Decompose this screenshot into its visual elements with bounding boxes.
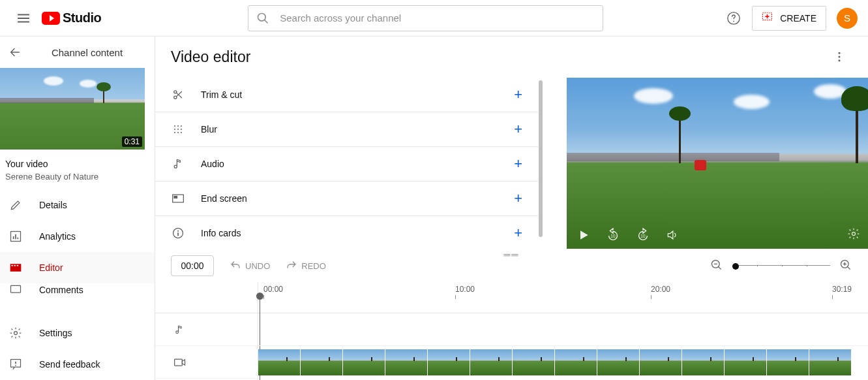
search-box[interactable] bbox=[248, 5, 603, 31]
zoom-slider[interactable] bbox=[732, 265, 830, 266]
arrow-left-icon bbox=[8, 45, 22, 59]
add-endscreen-icon[interactable]: + bbox=[514, 190, 522, 207]
logo-text: Studio bbox=[63, 10, 101, 25]
sidebar: Channel content 0:31 Your video Serene B… bbox=[0, 37, 155, 380]
svg-point-35 bbox=[181, 132, 182, 133]
frame bbox=[343, 349, 385, 375]
frame bbox=[597, 349, 639, 375]
tool-trim[interactable]: Trim & cut + bbox=[155, 78, 538, 112]
back-to-channel[interactable]: Channel content bbox=[0, 37, 155, 68]
svg-point-34 bbox=[177, 132, 179, 133]
svg-line-46 bbox=[719, 266, 721, 269]
nav-feedback[interactable]: Send feedback bbox=[0, 349, 155, 380]
tool-label: Blur bbox=[201, 124, 498, 135]
play-icon[interactable] bbox=[577, 229, 590, 242]
frame bbox=[258, 349, 300, 375]
timeline-ruler[interactable]: 00:00 10:00 20:00 30:19 bbox=[258, 282, 868, 313]
tools-panel: Trim & cut + Blur + Audio + bbox=[155, 78, 543, 249]
nav-details[interactable]: Details bbox=[0, 189, 155, 221]
youtube-studio-logo[interactable]: Studio bbox=[42, 10, 101, 25]
svg-point-3 bbox=[733, 20, 734, 22]
nav-label: Analytics bbox=[39, 231, 76, 242]
add-trim-icon[interactable]: + bbox=[514, 86, 522, 103]
frame bbox=[301, 349, 342, 375]
nav-label: Comments bbox=[39, 285, 83, 295]
tool-endscreen[interactable]: End screen + bbox=[155, 182, 538, 216]
tool-label: Trim & cut bbox=[201, 89, 498, 100]
video-preview[interactable]: 10 10 bbox=[567, 78, 868, 249]
svg-rect-13 bbox=[14, 265, 16, 266]
zoom-in-icon[interactable] bbox=[839, 259, 852, 274]
create-button[interactable]: CREATE bbox=[752, 6, 826, 31]
svg-point-29 bbox=[181, 125, 182, 127]
undo-button[interactable]: UNDO bbox=[230, 260, 270, 272]
redo-button[interactable]: REDO bbox=[286, 260, 326, 272]
ruler-tick: 10:00 bbox=[455, 285, 475, 294]
scissors-icon bbox=[171, 88, 185, 101]
menu-icon[interactable] bbox=[10, 5, 37, 31]
frame bbox=[640, 349, 681, 375]
page-title: Video editor bbox=[171, 48, 250, 66]
editor-icon bbox=[8, 261, 23, 274]
timeline-content[interactable]: 00:00 10:00 20:00 30:19 bbox=[258, 282, 868, 380]
svg-point-0 bbox=[258, 13, 266, 21]
preview-settings-icon[interactable] bbox=[847, 227, 860, 242]
svg-rect-14 bbox=[17, 265, 19, 266]
frame bbox=[470, 349, 512, 375]
gear-icon bbox=[8, 326, 23, 340]
frame bbox=[513, 349, 554, 375]
current-time-input[interactable]: 00:00 bbox=[171, 255, 214, 276]
nav-label: Settings bbox=[39, 328, 72, 338]
svg-point-24 bbox=[174, 96, 177, 99]
sidebar-nav: Details Analytics Editor Comments bbox=[0, 189, 155, 317]
add-infocards-icon[interactable]: + bbox=[514, 225, 522, 242]
tool-audio[interactable]: Audio + bbox=[155, 147, 538, 182]
svg-point-27 bbox=[174, 125, 175, 127]
youtube-play-icon bbox=[42, 12, 60, 25]
nav-label: Send feedback bbox=[39, 359, 100, 370]
preview-panel: 10 10 bbox=[543, 78, 868, 249]
video-track[interactable] bbox=[258, 349, 868, 380]
more-options-icon[interactable] bbox=[826, 44, 852, 70]
tool-label: End screen bbox=[201, 193, 498, 204]
search-input[interactable] bbox=[280, 12, 595, 24]
audio-track-header[interactable] bbox=[155, 313, 258, 346]
pencil-icon bbox=[8, 198, 23, 212]
drag-handle-icon[interactable]: ══ bbox=[504, 249, 520, 260]
zoom-controls bbox=[710, 259, 852, 274]
preview-controls: 10 10 bbox=[577, 228, 679, 242]
rewind-10-icon[interactable]: 10 bbox=[606, 228, 620, 242]
info-icon bbox=[171, 227, 185, 240]
music-note-icon bbox=[171, 157, 185, 170]
nav-analytics[interactable]: Analytics bbox=[0, 221, 155, 252]
tools-scrollbar[interactable] bbox=[538, 80, 543, 237]
video-track-header[interactable] bbox=[155, 346, 258, 379]
avatar[interactable]: S bbox=[837, 8, 858, 29]
nav-settings[interactable]: Settings bbox=[0, 317, 155, 349]
svg-rect-53 bbox=[175, 359, 183, 366]
ruler-tick: 20:00 bbox=[651, 285, 670, 294]
volume-icon[interactable] bbox=[666, 229, 679, 242]
zoom-out-icon[interactable] bbox=[710, 259, 723, 274]
nav-comments[interactable]: Comments bbox=[0, 283, 155, 296]
help-icon[interactable] bbox=[721, 5, 747, 31]
nav-editor[interactable]: Editor bbox=[0, 252, 155, 283]
tool-infocards[interactable]: Info cards + bbox=[155, 216, 538, 249]
svg-point-40 bbox=[177, 230, 179, 232]
redo-label: REDO bbox=[301, 261, 326, 271]
add-audio-icon[interactable]: + bbox=[514, 155, 522, 172]
undo-label: UNDO bbox=[245, 261, 270, 271]
svg-text:10: 10 bbox=[610, 234, 616, 238]
forward-10-icon[interactable]: 10 bbox=[636, 228, 650, 242]
svg-text:10: 10 bbox=[640, 234, 646, 238]
create-plus-icon bbox=[762, 12, 775, 24]
nav-label: Editor bbox=[39, 262, 63, 273]
add-blur-icon[interactable]: + bbox=[514, 121, 522, 138]
ruler-tick: 30:19 bbox=[832, 285, 852, 294]
svg-point-44 bbox=[852, 232, 856, 236]
tool-blur[interactable]: Blur + bbox=[155, 112, 538, 147]
svg-point-52 bbox=[176, 330, 179, 333]
video-thumbnail[interactable]: 0:31 bbox=[0, 68, 145, 150]
svg-point-21 bbox=[839, 56, 841, 58]
audio-track[interactable] bbox=[258, 313, 868, 346]
